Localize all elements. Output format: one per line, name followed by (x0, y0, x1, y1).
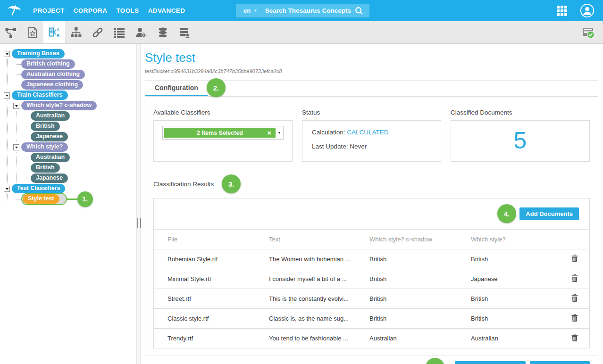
tree-node-japanese: Japanese (26, 173, 136, 183)
language-selector[interactable]: en ▾ (243, 7, 257, 14)
last-update-value: Never (350, 143, 367, 150)
tab-bar: Configuration 2. (145, 81, 598, 97)
tree-node-british-clothing: British clothing (17, 59, 136, 69)
delete-row-icon[interactable] (571, 336, 578, 343)
tree-node-which-style-c-shadow: Which style? c-shadow (13, 100, 136, 111)
dropdown-arrow-icon[interactable]: ▾ (276, 126, 283, 139)
tree-node-train-classifiers: Train Classifiers (4, 90, 136, 100)
user-avatar-icon[interactable] (580, 3, 595, 18)
tree-pill-british[interactable]: British (31, 163, 60, 173)
tree-pill-which-style[interactable]: Which style? (21, 142, 68, 152)
style-cell: British (471, 309, 563, 329)
step-badge-2: 2. (207, 78, 226, 97)
taxonomy-tree: Training BoxesBritish clothingAustralian… (0, 44, 137, 364)
top-bar: PROJECTCORPORATOOLSADVANCED en ▾ (0, 0, 603, 21)
tree-pill-australian[interactable]: Australian (31, 153, 70, 163)
tree-pill-japanese[interactable]: Japanese (31, 174, 68, 183)
selected-node-ring: Style test (21, 193, 67, 206)
step-badge-4: 4. (497, 204, 516, 223)
last-update-label: Last Update: (312, 143, 348, 150)
table-row: Street.rtfThis is the constantly evolvi.… (154, 289, 589, 309)
bucket-id: testBucket:c6f94631b3294a82c3b747b35bbe9… (145, 68, 598, 74)
column-header-which-style: Which style? (471, 230, 563, 249)
classified-documents-box: 5 (451, 120, 590, 162)
step-badge-5: 5. (426, 358, 444, 364)
tree-node-japanese: Japanese (26, 132, 136, 142)
apps-grid-icon[interactable] (557, 6, 567, 16)
language-label: en (243, 7, 251, 14)
collapse-arrow-icon[interactable] (4, 51, 10, 57)
classify-documents-button[interactable]: Classify Documents (455, 361, 526, 364)
search-input[interactable] (264, 7, 352, 15)
database-icon[interactable] (152, 21, 174, 43)
tree-pill-training-boxes[interactable]: Training Boxes (12, 49, 65, 59)
c-shadow-cell: British (369, 309, 471, 329)
configuration-content: Available Classifiers 2 Items Selected ×… (145, 109, 598, 364)
thesaurus-search: en ▾ (236, 4, 369, 17)
tree-node-japanese-clothing: Japanese clothing (17, 80, 136, 90)
delete-row-icon[interactable] (571, 316, 578, 323)
classifier-detail-view: Style test testBucket:c6f94631b3294a82c3… (141, 44, 603, 364)
collapse-arrow-icon[interactable] (4, 186, 10, 192)
clear-selection-icon[interactable]: × (267, 129, 271, 137)
tree-node-style-test: Style test1. (17, 194, 136, 204)
table-row: Minimal Style.rtfI consider myself a bit… (154, 269, 589, 289)
column-header-which-style-c-shadow: Which style? c-shadow (369, 230, 471, 249)
tree-pill-train-classifiers[interactable]: Train Classifiers (12, 91, 68, 100)
tree-pill-australian[interactable]: Australian (31, 111, 70, 121)
delete-row-icon[interactable] (571, 296, 578, 303)
classifier-ab-icon[interactable]: AB (43, 21, 65, 43)
file-cell: Classic style.rtf (154, 309, 269, 329)
status-box: Calculation: CALCULATED Last Update: Nev… (302, 120, 441, 162)
delete-row-icon[interactable] (571, 256, 578, 264)
delete-classifier-button[interactable]: Delete Classifier (530, 361, 590, 364)
link-icon[interactable] (87, 21, 109, 43)
svg-text:A: A (57, 27, 60, 32)
collapse-arrow-icon[interactable] (4, 92, 10, 99)
delete-row-icon[interactable] (571, 276, 578, 283)
splitter-grip-icon[interactable] (137, 218, 141, 228)
c-shadow-cell: British (369, 289, 471, 309)
classifier-multiselect[interactable]: 2 Items Selected × ▾ (162, 126, 284, 140)
panel-splitter[interactable] (137, 44, 141, 364)
list-icon[interactable] (109, 21, 130, 43)
tree-pill-australian-clothing[interactable]: Australian clothing (21, 70, 85, 80)
status-label: Status (302, 109, 441, 116)
search-icon[interactable] (354, 6, 364, 16)
tree-pill-british[interactable]: British (31, 122, 60, 132)
tree-pill-japanese-clothing[interactable]: Japanese clothing (21, 80, 83, 90)
tree-node-british: British (26, 121, 136, 132)
tree-pill-test-classifiers[interactable]: Test Classifiers (12, 184, 65, 194)
page-title: Style test (145, 50, 598, 65)
document-check-icon[interactable] (574, 21, 603, 43)
nav-item-corpora[interactable]: CORPORA (74, 7, 108, 14)
nav-item-advanced[interactable]: ADVANCED (148, 7, 185, 14)
collapse-arrow-icon[interactable] (13, 103, 19, 109)
column-header-actions (563, 230, 589, 249)
tree-node-australian: Australian (26, 152, 136, 163)
collapse-arrow-icon[interactable] (13, 144, 19, 150)
nav-item-tools[interactable]: TOOLS (116, 7, 139, 14)
file-cell: Street.rtf (154, 289, 269, 309)
selected-items-pill[interactable]: 2 Items Selected × (164, 128, 276, 138)
nav-item-project[interactable]: PROJECT (33, 7, 65, 14)
server-user-icon[interactable] (174, 21, 195, 43)
tree-pill-style-test[interactable]: Style test (23, 194, 59, 204)
tree-pill-japanese[interactable]: Japanese (31, 132, 68, 142)
style-cell: British (471, 249, 563, 269)
c-shadow-cell: Australian (369, 329, 471, 348)
results-table: FileTextWhich style? c-shadowWhich style… (154, 229, 589, 348)
document-star-icon[interactable] (22, 21, 43, 43)
available-classifiers-box: 2 Items Selected × ▾ (153, 120, 293, 162)
tab-configuration[interactable]: Configuration (145, 81, 208, 96)
flow-icon[interactable] (0, 21, 22, 43)
tree-pill-british-clothing[interactable]: British clothing (21, 59, 75, 69)
text-cell: Classic is, as the name sug... (269, 309, 369, 329)
add-documents-button[interactable]: Add Documents (519, 207, 579, 220)
tree-pill-which-style-c-shadow[interactable]: Which style? c-shadow (21, 101, 97, 111)
taxonomy-icon[interactable] (65, 21, 87, 43)
classified-documents-label: Classified Documents (451, 109, 590, 116)
poolparty-logo-icon[interactable] (6, 2, 23, 19)
file-cell: Trendy.rtf (154, 329, 269, 348)
user-gear-icon[interactable] (130, 21, 152, 43)
